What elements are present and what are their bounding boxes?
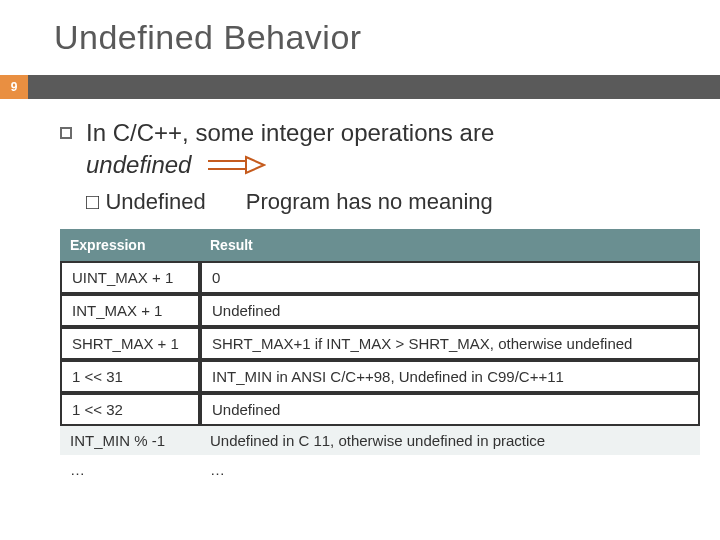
col-header-result: Result (200, 229, 700, 261)
cell-result: Undefined (200, 393, 700, 426)
undefined-behavior-table: Expression Result UINT_MAX + 1 0 INT_MAX… (60, 229, 700, 484)
cell-expression: SHRT_MAX + 1 (60, 327, 200, 360)
svg-marker-2 (246, 157, 264, 173)
table-row: INT_MAX + 1 Undefined (60, 294, 700, 327)
lead-text: In C/C++, some integer operations are un… (86, 117, 494, 183)
cell-result: 0 (200, 261, 700, 294)
table-row: INT_MIN % -1 Undefined in C 11, otherwis… (60, 426, 700, 455)
square-bullet-icon (60, 127, 72, 139)
lead-text-b: undefined (86, 151, 191, 178)
cell-result: Undefined (200, 294, 700, 327)
bullet-level-2: □ Undefined Program has no meaning (86, 189, 678, 215)
arrow-icon (206, 151, 266, 183)
cell-result: SHRT_MAX+1 if INT_MAX > SHRT_MAX, otherw… (200, 327, 700, 360)
slide-title: Undefined Behavior (0, 0, 720, 75)
cell-expression: 1 << 32 (60, 393, 200, 426)
table-row: 1 << 31 INT_MIN in ANSI C/C++98, Undefin… (60, 360, 700, 393)
page-number-badge: 9 (0, 75, 28, 99)
sub-label: Undefined (105, 189, 205, 214)
cell-expression: UINT_MAX + 1 (60, 261, 200, 294)
cell-result: Undefined in C 11, otherwise undefined i… (200, 426, 700, 455)
table-row: SHRT_MAX + 1 SHRT_MAX+1 if INT_MAX > SHR… (60, 327, 700, 360)
bullet-level-1: In C/C++, some integer operations are un… (60, 117, 678, 183)
slide-body: In C/C++, some integer operations are un… (0, 99, 720, 484)
hollow-square-icon: □ (86, 189, 99, 214)
table-row: … … (60, 455, 700, 484)
header-bar: 9 (0, 75, 720, 99)
cell-expression: INT_MIN % -1 (60, 426, 200, 455)
table-row: UINT_MAX + 1 0 (60, 261, 700, 294)
cell-expression: INT_MAX + 1 (60, 294, 200, 327)
col-header-expression: Expression (60, 229, 200, 261)
table-header-row: Expression Result (60, 229, 700, 261)
cell-result: … (200, 455, 700, 484)
table-row: 1 << 32 Undefined (60, 393, 700, 426)
cell-result: INT_MIN in ANSI C/C++98, Undefined in C9… (200, 360, 700, 393)
lead-text-a: In C/C++, some integer operations are (86, 119, 494, 146)
sub-meaning: Program has no meaning (246, 189, 493, 215)
sub-label-wrap: □ Undefined (86, 189, 206, 215)
cell-expression: … (60, 455, 200, 484)
header-bar-fill (28, 75, 720, 99)
cell-expression: 1 << 31 (60, 360, 200, 393)
